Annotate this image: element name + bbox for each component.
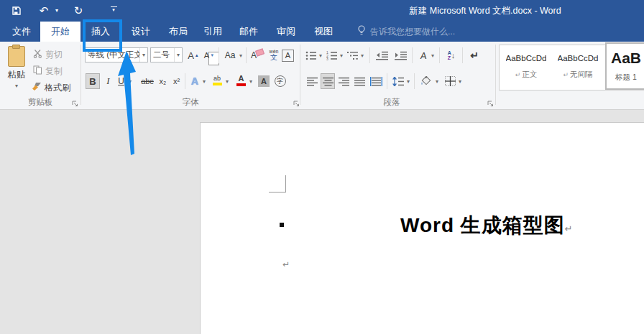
group-separator [495, 45, 496, 105]
increase-indent-button[interactable] [393, 47, 409, 63]
bold-button[interactable]: B [86, 73, 100, 89]
sort-button[interactable]: AZ ↓ [443, 47, 459, 63]
superscript-button[interactable]: x² [170, 73, 183, 89]
borders-button[interactable] [443, 73, 457, 89]
customize-qat-icon[interactable]: ▾ [109, 6, 118, 12]
format-painter-button[interactable]: 格式刷 [32, 82, 70, 93]
copy-button[interactable]: 复制 [33, 65, 63, 77]
align-right-button[interactable] [336, 73, 351, 89]
shading-button[interactable] [418, 73, 434, 89]
borders-dropdown-icon[interactable]: ▾ [456, 73, 464, 89]
change-case-button[interactable]: Aa [222, 47, 238, 63]
paragraph-dialog-launcher-icon[interactable] [487, 99, 494, 109]
tab-review[interactable]: 审阅 [267, 22, 305, 42]
font-size-dropdown-icon[interactable]: ▾ [174, 48, 182, 62]
bullets-button[interactable] [305, 47, 318, 63]
borders-icon [445, 76, 456, 86]
align-center-button[interactable] [321, 73, 335, 89]
multilevel-dropdown-icon[interactable]: ▾ [359, 47, 366, 63]
line-spacing-button[interactable] [391, 73, 405, 89]
paste-dropdown-icon[interactable]: ▾ [3, 83, 30, 89]
save-icon[interactable] [10, 0, 23, 23]
line-spacing-dropdown-icon[interactable]: ▾ [405, 73, 412, 89]
numbering-dropdown-icon[interactable]: ▾ [338, 47, 345, 63]
undo-dropdown-icon[interactable]: ▾ [53, 0, 60, 22]
copy-label: 复制 [45, 65, 63, 78]
font-color-icon: A [236, 75, 246, 86]
font-size-combobox[interactable]: 二号 ▾ [150, 47, 183, 62]
font-name-dropdown-icon[interactable]: ▾ [139, 48, 147, 62]
font-color-button[interactable]: A [235, 73, 247, 88]
control-separator [218, 47, 219, 63]
caret-down-icon: ▼ [210, 54, 214, 57]
caret-up-icon: ▲ [195, 54, 199, 57]
decrease-indent-button[interactable] [374, 47, 390, 63]
shrink-font-glyph: A [204, 51, 209, 60]
character-border-button[interactable]: A [282, 47, 294, 63]
shrink-font-button[interactable]: A ▼ [202, 47, 216, 63]
subscript-button[interactable]: x₂ [157, 73, 169, 89]
text-effects-button[interactable]: A [188, 73, 201, 89]
tab-view[interactable]: 视图 [305, 22, 342, 42]
style-normal[interactable]: AaBbCcDd ↵ 正文 [502, 46, 551, 88]
phonetic-guide-button[interactable]: wén 文 [267, 47, 280, 62]
grow-font-button[interactable]: A ▲ [186, 47, 201, 63]
clipboard-dialog-launcher-icon[interactable] [72, 99, 78, 109]
tell-me-box[interactable]: 告诉我您想要做什么... [357, 22, 455, 42]
style-preview: AaBbCcDd [558, 54, 599, 62]
bullets-dropdown-icon[interactable]: ▾ [317, 47, 324, 63]
document-page[interactable]: Word 生成箱型图↵ ↵ [200, 122, 644, 334]
strikethrough-button[interactable]: abc [139, 73, 156, 89]
style-no-spacing[interactable]: AaBbCcDd ↵ 无间隔 [553, 46, 602, 88]
style-heading-1[interactable]: AaB 标题 1 [605, 42, 644, 90]
tab-mailings[interactable]: 邮件 [230, 22, 267, 42]
show-hide-marks-button[interactable]: ↵ [467, 47, 482, 63]
font-dialog-launcher-icon[interactable] [293, 99, 300, 109]
highlight-button[interactable]: ab [211, 73, 224, 88]
undo-icon[interactable]: ↶ [37, 0, 50, 22]
align-center-icon [323, 77, 334, 86]
character-border-icon: A [282, 50, 294, 62]
italic-button[interactable]: I [102, 73, 114, 89]
tab-design[interactable]: 设计 [121, 22, 161, 42]
tab-references[interactable]: 引用 [196, 22, 230, 42]
scissors-icon [33, 49, 42, 60]
copy-icon [33, 65, 42, 77]
distribute-icon [370, 77, 382, 86]
insert-tab-highlight-box [83, 19, 122, 52]
customize-qat-caret: ▾ [109, 8, 118, 12]
tab-layout[interactable]: 布局 [161, 22, 196, 42]
redo-icon[interactable]: ↻ [72, 0, 85, 22]
group-separator [80, 45, 81, 105]
font-color-dropdown-icon[interactable]: ▾ [247, 73, 254, 89]
format-painter-label: 格式刷 [45, 82, 70, 94]
character-shading-button[interactable]: A [257, 73, 270, 89]
title-bar: ↶ ▾ ↻ ▾ 新建 Microsoft Word 文档.docx - Word [0, 0, 644, 22]
style-preview: AaBbCcDd [506, 54, 547, 62]
highlight-dropdown-icon[interactable]: ▾ [224, 73, 231, 89]
underline-dropdown-icon[interactable]: ▾ [126, 73, 134, 89]
distribute-button[interactable] [368, 73, 384, 89]
asian-layout-dropdown-icon[interactable]: ▾ [429, 47, 436, 63]
italic-glyph: I [106, 75, 109, 87]
align-left-button[interactable] [305, 73, 319, 89]
change-case-glyph: Aa [225, 50, 236, 60]
underline-button[interactable]: U [116, 73, 126, 89]
tab-home[interactable]: 开始 [40, 22, 80, 42]
justify-button[interactable] [352, 73, 367, 89]
paste-button[interactable]: 粘贴 ▾ [3, 46, 30, 89]
bullets-icon [305, 51, 317, 60]
tab-file[interactable]: 文件 [3, 22, 40, 42]
text-effects-dropdown-icon[interactable]: ▾ [201, 73, 208, 89]
character-shading-icon: A [258, 75, 270, 87]
shading-dropdown-icon[interactable]: ▾ [433, 73, 441, 89]
clear-formatting-button[interactable]: A [249, 47, 265, 63]
change-case-dropdown-icon[interactable]: ▾ [237, 47, 244, 63]
multilevel-list-button[interactable] [346, 47, 359, 63]
highlight-icon: ab [213, 75, 222, 85]
enclose-characters-button[interactable]: 字 [274, 73, 286, 89]
tell-me-text: 告诉我您想要做什么... [370, 26, 455, 38]
cut-button[interactable]: 剪切 [33, 49, 63, 60]
numbering-button[interactable]: 123 [326, 47, 339, 63]
asian-layout-button[interactable]: A [417, 47, 430, 63]
